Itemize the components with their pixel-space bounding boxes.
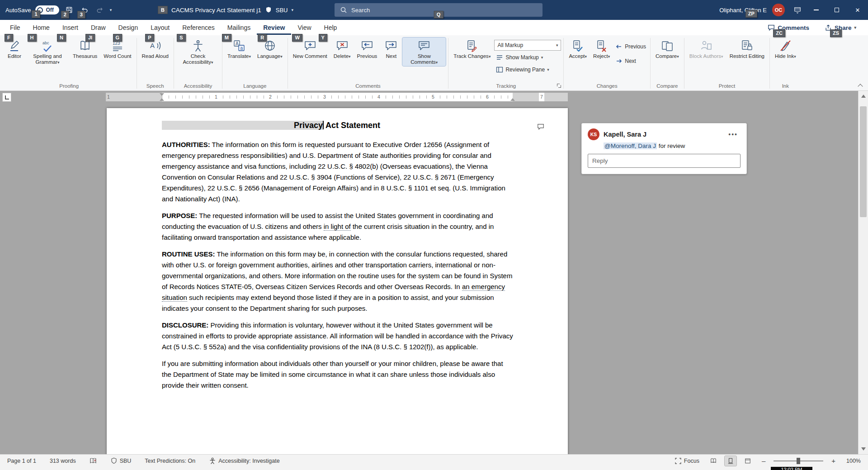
group-separator <box>137 38 137 89</box>
thesaurus-button[interactable]: Thesaurus <box>70 38 100 60</box>
read-aloud-button[interactable]: A Read Aloud <box>139 38 171 60</box>
focus-mode-button[interactable]: Focus <box>672 457 702 465</box>
previous-change-button[interactable]: Previous <box>613 41 648 52</box>
collapse-ribbon-button[interactable] <box>857 83 863 88</box>
text-predictions-status[interactable]: Text Predictions: On <box>142 457 198 465</box>
language-button[interactable]: Language <box>255 38 285 60</box>
minimize-button[interactable] <box>806 0 826 20</box>
ribbon-review: Editor abc Spelling and Grammar Thesauru… <box>0 35 868 91</box>
tab-stop-selector[interactable] <box>2 93 11 102</box>
sensitivity-label[interactable]: SBU <box>276 7 288 14</box>
show-markup-button[interactable]: Show Markup <box>494 52 561 63</box>
autosave-toggle[interactable]: Off 1 <box>35 5 59 14</box>
vertical-scrollbar[interactable] <box>858 91 868 454</box>
accessibility-status[interactable]: Accessibility: Investigate <box>206 457 282 465</box>
first-line-indent-marker[interactable] <box>160 93 164 96</box>
comment-anchor-icon[interactable] <box>534 123 547 132</box>
comment-mention[interactable]: @Morenoff, Dara J <box>604 142 657 149</box>
group-label-compare: Compare <box>653 81 682 90</box>
tab-references[interactable]: ReferencesS <box>176 20 221 35</box>
grammar-suggestion[interactable]: in light of <box>324 223 351 231</box>
reject-button[interactable]: Reject <box>590 38 613 60</box>
display-for-review-select[interactable]: All Markup <box>494 40 561 51</box>
document-page[interactable]: Privacy Act Statement AUTHORITIES: The i… <box>107 108 568 454</box>
delete-comment-button[interactable]: Delete <box>331 38 354 60</box>
tab-design[interactable]: DesignG <box>112 20 145 35</box>
print-layout-button[interactable] <box>725 456 736 466</box>
tab-help[interactable]: HelpY <box>318 20 344 35</box>
comments-button[interactable]: Comments ZC <box>765 24 812 32</box>
tab-mailings[interactable]: MailingsM <box>221 20 257 35</box>
tracking-dialog-launcher[interactable] <box>556 83 562 89</box>
language-label: Language <box>257 53 280 59</box>
zoom-in-button[interactable] <box>829 457 838 465</box>
hanging-indent-marker[interactable] <box>160 98 164 101</box>
sensitivity-chevron-icon[interactable] <box>292 8 294 12</box>
restrict-editing-button[interactable]: Restrict Editing <box>727 38 767 60</box>
word-count-status[interactable]: 313 words <box>47 457 79 465</box>
tab-draw[interactable]: DrawJI <box>85 20 112 35</box>
editor-button[interactable]: Editor <box>4 38 25 60</box>
new-comment-button[interactable]: New Comment <box>290 38 330 60</box>
maximize-button[interactable] <box>826 0 847 20</box>
check-accessibility-button[interactable]: Check Accessibility <box>176 38 220 66</box>
ribbon-display-options-button[interactable] <box>789 0 806 20</box>
zoom-out-button[interactable] <box>759 457 768 465</box>
sensitivity-status[interactable]: SBU <box>108 457 134 465</box>
account-name[interactable]: Oliphant, Clifton E ZP <box>719 7 767 14</box>
document-heading: Privacy Act Statement <box>162 120 514 131</box>
reviewing-pane-button[interactable]: Reviewing Pane <box>494 64 561 75</box>
scrollbar-thumb[interactable] <box>860 106 867 217</box>
zoom-slider[interactable] <box>774 461 823 461</box>
restrict-editing-label: Restrict Editing <box>730 53 764 59</box>
word-count-button[interactable]: 123 Word Count <box>101 38 134 60</box>
block-authors-button[interactable]: Block Authors <box>687 38 726 60</box>
right-indent-marker[interactable] <box>510 98 515 101</box>
zoom-slider-thumb[interactable] <box>797 458 800 464</box>
comment-reply-input[interactable] <box>588 154 741 168</box>
redo-button[interactable] <box>94 5 105 15</box>
page-number-status[interactable]: Page 1 of 1 <box>5 457 39 465</box>
search-input[interactable]: Search Q <box>335 3 542 17</box>
taskbar-clock[interactable]: 12:02 PM <box>771 467 812 470</box>
track-changes-button[interactable]: Track Changes <box>451 38 493 60</box>
next-change-button[interactable]: Next <box>613 56 648 66</box>
group-separator <box>448 38 448 89</box>
tab-view[interactable]: ViewW <box>291 20 317 35</box>
compare-button[interactable]: Compare <box>653 38 682 60</box>
undo-icon <box>81 6 88 14</box>
tab-review[interactable]: ReviewR <box>257 20 291 35</box>
accept-button[interactable]: Accept <box>566 38 590 60</box>
document-title[interactable]: CACMS Privacy Act Statement j1 <box>171 7 261 14</box>
tab-row-actions: Comments ZC Share ZS <box>765 24 868 32</box>
tab-file[interactable]: FileF <box>4 20 27 35</box>
close-button[interactable] <box>847 0 868 20</box>
autosave-label: AutoSave <box>5 7 31 14</box>
reviewing-pane-icon <box>496 66 503 73</box>
tab-home[interactable]: HomeH <box>27 20 56 35</box>
undo-button[interactable]: 3 <box>79 5 90 15</box>
horizontal-ruler[interactable]: 1 1 2 3 4 5 6 7 <box>0 91 858 103</box>
svg-text:A: A <box>236 41 239 46</box>
next-comment-button[interactable]: Next <box>381 38 401 60</box>
qat-customize-chevron-icon[interactable] <box>110 8 112 12</box>
translate-button[interactable]: Aa Translate <box>225 38 254 60</box>
tab-layout[interactable]: LayoutP <box>144 20 176 35</box>
account-avatar[interactable]: OC <box>772 4 785 16</box>
save-button[interactable]: 2 <box>64 5 75 15</box>
ruler-strip[interactable]: 1 1 2 3 4 5 6 7 <box>107 93 568 101</box>
tab-insert[interactable]: InsertN <box>56 20 85 35</box>
scroll-down-icon[interactable] <box>861 447 866 451</box>
comment-more-options-icon[interactable] <box>726 130 741 138</box>
accessibility-status-icon <box>209 457 216 465</box>
hide-ink-button[interactable]: Hide Ink <box>772 38 799 60</box>
spelling-grammar-button[interactable]: abc Spelling and Grammar <box>26 38 69 66</box>
scroll-up-icon[interactable] <box>861 95 866 98</box>
proofing-status-button[interactable] <box>87 457 99 465</box>
show-comments-button[interactable]: Show Comments <box>402 38 446 66</box>
web-layout-button[interactable] <box>742 456 754 466</box>
share-button[interactable]: Share ZS <box>822 24 859 32</box>
previous-comment-button[interactable]: Previous <box>354 38 380 60</box>
zoom-level[interactable]: 100% <box>844 457 863 465</box>
read-mode-button[interactable] <box>708 456 719 466</box>
